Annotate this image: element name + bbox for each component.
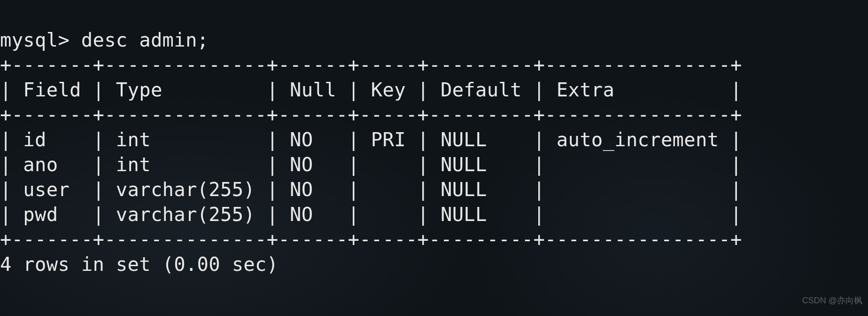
table-row: | id | int | NO | PRI | NULL | auto_incr… [0, 128, 742, 151]
table-header-row: | Field | Type | Null | Key | Default | … [0, 79, 742, 101]
terminal-output[interactable]: mysql> desc admin; +-------+------------… [0, 0, 868, 277]
table-border-bottom: +-------+--------------+------+-----+---… [0, 228, 742, 251]
table-row: | ano | int | NO | | NULL | | [0, 153, 742, 176]
table-row: | pwd | varchar(255) | NO | | NULL | | [0, 203, 742, 226]
table-border-top: +-------+--------------+------+-----+---… [0, 54, 742, 76]
result-footer: 4 rows in set (0.00 sec) [0, 253, 278, 276]
table-row: | user | varchar(255) | NO | | NULL | | [0, 178, 742, 201]
prompt-line: mysql> desc admin; [0, 29, 209, 51]
watermark-text: CSDN @亦向枫 [802, 288, 862, 313]
table-border-mid: +-------+--------------+------+-----+---… [0, 103, 742, 126]
